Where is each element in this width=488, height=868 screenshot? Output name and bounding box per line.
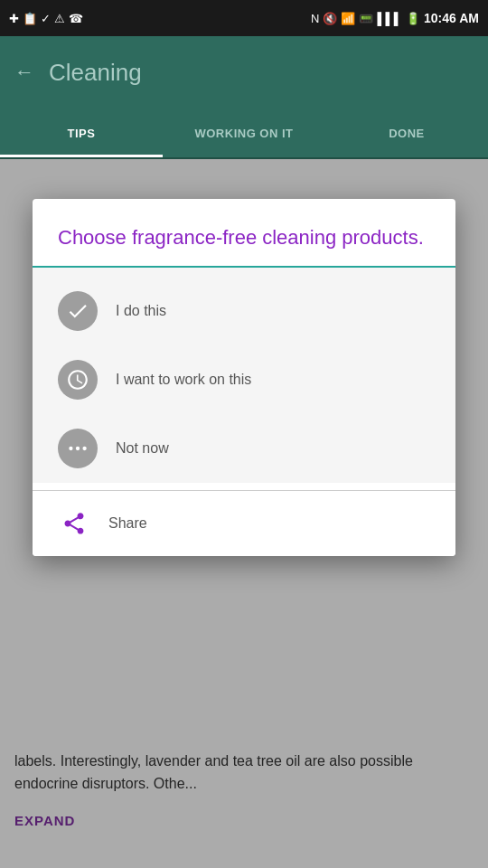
share-icon <box>58 507 90 540</box>
do-this-icon <box>58 291 98 331</box>
status-icons-right: N 🔇 📶 📟 ▌▌▌ 🔋 10:46 AM <box>311 11 479 25</box>
clock-icon <box>58 360 98 400</box>
warning-icon: ⚠ <box>54 12 65 25</box>
tab-bar: TIPS WORKING ON IT DONE <box>0 108 488 159</box>
tab-working-on-it[interactable]: WORKING ON IT <box>163 108 325 157</box>
option-do-this[interactable]: I do this <box>33 277 455 345</box>
not-now-label: Not now <box>116 440 169 457</box>
dialog: Choose fragrance-free cleaning products.… <box>33 199 455 556</box>
back-button[interactable]: ← <box>14 61 34 84</box>
tab-tips[interactable]: TIPS <box>0 108 163 157</box>
status-icons-left: ✚ 📋 ✓ ⚠ ☎ <box>9 12 83 25</box>
svg-point-2 <box>82 447 86 450</box>
clipboard-icon: 📋 <box>23 12 37 25</box>
status-time: 10:46 AM <box>424 11 479 25</box>
app-bar: ← Cleaning <box>0 36 488 108</box>
status-bar: ✚ 📋 ✓ ⚠ ☎ N 🔇 📶 📟 ▌▌▌ 🔋 10:46 AM <box>0 0 488 36</box>
app-title: Cleaning <box>49 59 142 87</box>
phone-icon: ☎ <box>69 12 83 25</box>
check-icon: ✓ <box>41 12 51 25</box>
work-on-it-label: I want to work on this <box>116 372 251 388</box>
share-label: Share <box>108 515 147 532</box>
sim-icon: 📟 <box>359 12 373 25</box>
n-icon: N <box>311 12 319 25</box>
wifi-icon: 📶 <box>341 12 355 25</box>
add-icon: ✚ <box>9 12 19 25</box>
do-this-label: I do this <box>116 303 166 319</box>
dialog-title: Choose fragrance-free cleaning products. <box>33 199 455 268</box>
signal-icon: ▌▌▌ <box>377 12 402 25</box>
tab-done[interactable]: DONE <box>325 108 488 157</box>
option-not-now[interactable]: Not now <box>33 414 455 483</box>
svg-point-0 <box>69 447 72 450</box>
mute-icon: 🔇 <box>323 12 337 25</box>
more-icon <box>58 429 98 468</box>
svg-point-1 <box>76 447 80 450</box>
dialog-options: I do this I want to work on this Not now <box>33 268 455 483</box>
battery-icon: 🔋 <box>406 12 420 25</box>
share-button[interactable]: Share <box>33 491 455 556</box>
option-work-on-it[interactable]: I want to work on this <box>33 345 455 414</box>
